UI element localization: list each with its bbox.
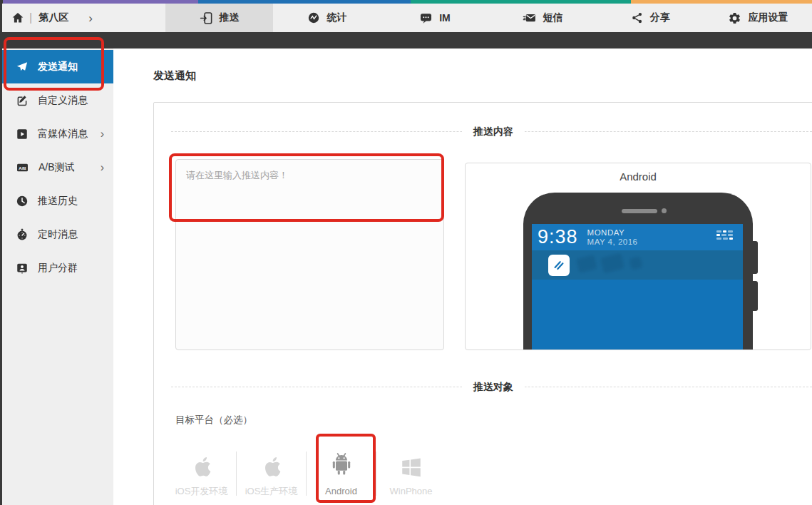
platform-ios-dev[interactable]: iOS开发环境: [167, 438, 236, 496]
phone-speaker: [622, 209, 657, 213]
phone-screen: 9:38 MONDAY MAY 4, 2016: [532, 224, 743, 350]
ab-test-icon: A/B: [16, 161, 29, 174]
phone-screen-body: [532, 280, 743, 350]
sms-icon: [523, 11, 537, 25]
phone-side-button: [753, 281, 758, 311]
ghost-text: [629, 256, 642, 270]
platform-label: iOS开发环境: [175, 486, 228, 496]
page-title: 发送通知: [153, 69, 196, 83]
ghost-text: [600, 253, 625, 274]
phone-mockup: 9:38 MONDAY MAY 4, 2016: [523, 193, 753, 350]
tab-label: 短信: [543, 11, 563, 24]
app-selector[interactable]: | 第八区 ›: [0, 4, 165, 32]
tab-label: 分享: [650, 11, 670, 24]
stripe-segment: [3, 0, 198, 4]
share-icon: [631, 11, 644, 24]
sidebar-item-push-history[interactable]: 推送历史: [2, 184, 113, 218]
ghost-text: [576, 255, 597, 273]
user-group-icon: [16, 262, 29, 275]
push-content-divider: 推送内容: [171, 131, 812, 132]
sidebar: 发送通知 自定义消息 富媒体消息 › A/B A/B测试 › 推送历史 定时消息: [2, 49, 113, 505]
edit-icon: [16, 94, 29, 107]
tab-label: 推送: [220, 11, 240, 24]
header-dark-band: [0, 32, 812, 49]
left-dark-strip: [0, 4, 2, 505]
apple-icon: [190, 454, 213, 479]
sidebar-item-user-segments[interactable]: 用户分群: [2, 251, 113, 285]
history-icon: [16, 195, 29, 208]
push-target-divider: 推送对象: [171, 387, 812, 387]
sidebar-item-label: 富媒体消息: [38, 128, 88, 141]
platform-label: Android: [325, 486, 357, 496]
windows-icon: [399, 455, 423, 479]
preview-platform-title: Android: [466, 170, 811, 183]
section-label-push-target: 推送对象: [462, 379, 525, 394]
push-icon: [200, 11, 213, 25]
push-content-input[interactable]: [175, 159, 444, 350]
rich-media-icon: [16, 128, 29, 141]
tab-push[interactable]: 推送: [165, 4, 273, 32]
sidebar-item-label: 推送历史: [38, 195, 78, 208]
sidebar-item-scheduled-message[interactable]: 定时消息: [2, 218, 113, 251]
section-label-push-content: 推送内容: [462, 124, 525, 139]
platform-winphone[interactable]: WinPhone: [376, 438, 446, 496]
sidebar-item-label: 定时消息: [38, 228, 78, 241]
apple-icon: [260, 454, 283, 479]
stripe-segment: [631, 0, 812, 4]
tab-app-settings[interactable]: 应用设置: [704, 4, 812, 32]
sidebar-item-send-notification[interactable]: 发送通知: [2, 50, 113, 83]
sliders-icon: [716, 230, 733, 240]
sidebar-item-label: 自定义消息: [38, 94, 88, 107]
tab-im[interactable]: IM: [381, 4, 488, 32]
phone-camera-dot: [662, 208, 667, 213]
target-platform-label: 目标平台（必选）: [175, 414, 252, 427]
phone-side-button: [753, 241, 758, 274]
stripe-segment: [198, 0, 411, 4]
jpush-app-icon: [548, 255, 570, 276]
tab-stats[interactable]: 统计: [273, 4, 381, 32]
brand-stripe: [0, 0, 812, 4]
tab-label: 应用设置: [748, 11, 788, 24]
chevron-right-icon: ›: [88, 12, 93, 24]
stats-icon: [307, 11, 320, 24]
stripe-segment: [411, 0, 631, 4]
divider: |: [29, 11, 32, 24]
phone-status-bar: 9:38 MONDAY MAY 4, 2016: [532, 224, 743, 250]
lockscreen-date: MAY 4, 2016: [587, 238, 638, 247]
current-app-name: 第八区: [38, 11, 68, 24]
platform-options: iOS开发环境 iOS生产环境 Android Wi: [167, 438, 446, 496]
android-preview-card: Android 9:38 MONDAY MAY 4, 2016: [465, 163, 811, 350]
send-notification-panel: 推送内容 Android 9:38 MONDAY MAY 4, 2016: [153, 102, 812, 505]
home-icon: [11, 11, 24, 24]
lockscreen-weekday: MONDAY: [587, 228, 638, 238]
lockscreen-time: 9:38: [538, 226, 578, 248]
tab-sms[interactable]: 短信: [489, 4, 597, 32]
tab-share[interactable]: 分享: [597, 4, 704, 32]
send-icon: [16, 61, 29, 73]
platform-label: WinPhone: [390, 486, 433, 496]
timer-icon: [16, 228, 29, 241]
sidebar-item-label: 用户分群: [38, 262, 78, 275]
android-icon: [328, 451, 355, 479]
ab-icon-text: A/B: [19, 165, 26, 170]
chevron-right-icon: ›: [101, 128, 104, 141]
sidebar-item-rich-media[interactable]: 富媒体消息 ›: [2, 117, 113, 151]
sidebar-item-label: A/B测试: [38, 161, 75, 174]
sidebar-item-custom-message[interactable]: 自定义消息: [2, 83, 113, 117]
gear-icon: [728, 11, 741, 25]
platform-ios-prod[interactable]: iOS生产环境: [237, 438, 306, 496]
top-navbar: | 第八区 › 推送 统计 IM 短信: [0, 4, 812, 32]
notification-row: [532, 250, 743, 280]
sidebar-item-ab-test[interactable]: A/B A/B测试 ›: [2, 151, 113, 184]
tab-label: IM: [439, 12, 451, 24]
im-icon: [419, 11, 433, 25]
chevron-right-icon: ›: [101, 161, 104, 174]
platform-label: iOS生产环境: [245, 486, 298, 496]
nav-tabs: 推送 统计 IM 短信 分享: [165, 4, 812, 32]
sidebar-item-label: 发送通知: [38, 61, 78, 73]
tab-label: 统计: [327, 11, 346, 24]
platform-android[interactable]: Android: [307, 438, 376, 496]
main-content: 发送通知 推送内容 Android 9:38 MONDAY MAY 4, 201…: [113, 49, 812, 505]
